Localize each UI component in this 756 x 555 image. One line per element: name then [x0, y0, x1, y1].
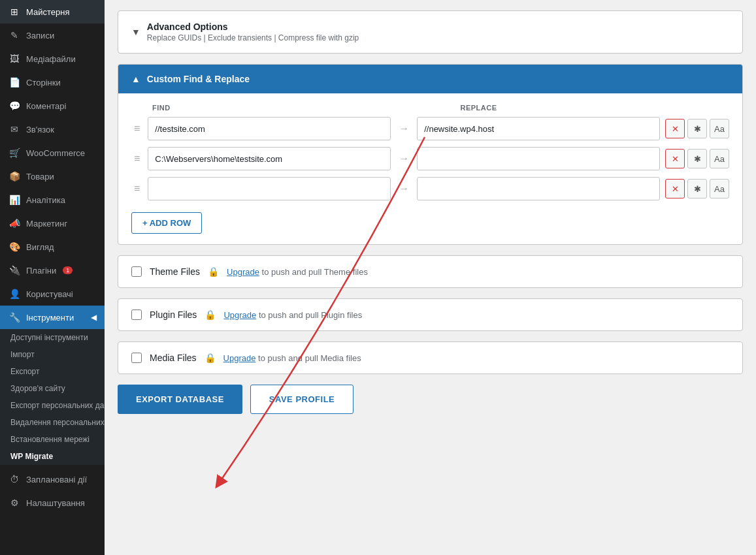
replace-input-3[interactable]: [417, 177, 660, 200]
sidebar-item-tovary[interactable]: 📦 Товари: [0, 165, 105, 188]
cfr-header[interactable]: ▲ Custom Find & Replace: [118, 65, 742, 93]
contact-icon: ✉: [8, 123, 21, 136]
media-files-label: Media Files: [150, 353, 197, 363]
sidebar-item-mediafajly[interactable]: 🖼 Медіафайли: [0, 47, 105, 71]
advanced-options-title: Advanced Options: [147, 22, 359, 32]
custom-find-replace-card: ▲ Custom Find & Replace FIND REPLACE ≡ →…: [118, 64, 743, 245]
pages-icon: 📄: [8, 76, 21, 89]
drag-handle-1[interactable]: ≡: [131, 120, 142, 137]
media-files-card: Media Files 🔒 Upgrade to push and pull M…: [118, 341, 743, 374]
fr-row-3: ≡ → ✕ ✱ Aa: [131, 177, 729, 200]
products-icon: 📦: [8, 170, 21, 183]
sidebar-item-wp-migrate[interactable]: WP Migrate: [0, 448, 105, 465]
advanced-options-toggle[interactable]: ▼ Advanced Options Replace GUIDs | Exclu…: [118, 11, 742, 53]
marketing-icon: 📣: [8, 217, 21, 230]
replace-input-2[interactable]: [417, 147, 660, 170]
chevron-up-icon: ▲: [131, 74, 140, 84]
users-icon: 👤: [8, 287, 21, 300]
sidebar-item-vyhlyad[interactable]: 🎨 Вигляд: [0, 235, 105, 259]
scheduled-icon: ⏱: [8, 473, 21, 486]
main-content: ▼ Advanced Options Replace GUIDs | Exclu…: [105, 0, 756, 555]
sidebar-item-eksport[interactable]: Експорт: [0, 363, 105, 380]
analytics-icon: 📊: [8, 193, 21, 206]
sidebar-item-dostupni[interactable]: Доступні інструменти: [0, 329, 105, 346]
find-input-2[interactable]: [148, 147, 391, 170]
drag-handle-3[interactable]: ≡: [131, 180, 142, 197]
sidebar-item-import[interactable]: Імпорт: [0, 346, 105, 363]
lock-icon-theme: 🔒: [208, 266, 219, 277]
wildcard-row-1-button[interactable]: ✱: [687, 119, 707, 138]
plugin-files-section: Plugin Files 🔒 Upgrade to push and pull …: [118, 299, 742, 330]
advanced-options-card: ▼ Advanced Options Replace GUIDs | Exclu…: [118, 10, 743, 54]
remove-row-1-button[interactable]: ✕: [665, 119, 685, 138]
comments-icon: 💬: [8, 99, 21, 112]
remove-row-2-button[interactable]: ✕: [665, 149, 685, 168]
add-row-button[interactable]: + ADD ROW: [131, 212, 202, 234]
sidebar-item-vstanovlennya[interactable]: Встановлення мережі: [0, 431, 105, 448]
sidebar-item-vydalennya[interactable]: Видалення персональних даних: [0, 414, 105, 431]
plugin-files-upgrade-text: Upgrade to push and pull Plugin files: [223, 310, 362, 320]
replace-column-label: REPLACE: [461, 104, 730, 112]
media-files-checkbox[interactable]: [131, 353, 142, 363]
sidebar-item-nalashtuvannya[interactable]: ⚙ Налаштування: [0, 491, 105, 515]
fr-row-2: ≡ → ✕ ✱ Aa: [131, 147, 729, 170]
media-files-section: Media Files 🔒 Upgrade to push and pull M…: [118, 342, 742, 373]
sidebar-item-zapysy[interactable]: ✎ Записи: [0, 24, 105, 47]
plugin-files-card: Plugin Files 🔒 Upgrade to push and pull …: [118, 298, 743, 331]
find-column-label: FIND: [152, 104, 421, 112]
sidebar-item-plahiny[interactable]: 🔌 Плагіни 1: [0, 259, 105, 282]
media-files-upgrade-text: Upgrade to push and pull Media files: [223, 353, 361, 363]
theme-files-card: Theme Files 🔒 Upgrade to push and pull T…: [118, 255, 743, 288]
sidebar-item-instrumenty[interactable]: 🔧 Інструменти ◀: [0, 306, 105, 329]
settings-icon: ⚙: [8, 496, 21, 509]
drag-handle-2[interactable]: ≡: [131, 150, 142, 167]
arrow-icon-1: →: [396, 123, 412, 135]
plugin-files-checkbox[interactable]: [131, 309, 142, 320]
sidebar-item-woocommerce[interactable]: 🛒 WooCommerce: [0, 141, 105, 165]
wildcard-row-2-button[interactable]: ✱: [687, 149, 707, 168]
media-icon: 🖼: [8, 52, 21, 65]
sidebar-item-zaplanovani[interactable]: ⏱ Заплановані дії: [0, 468, 105, 491]
sidebar-item-marketynh[interactable]: 📣 Маркетинг: [0, 212, 105, 235]
woo-icon: 🛒: [8, 146, 21, 159]
arrow-icon-2: →: [396, 153, 412, 165]
appearance-icon: 🎨: [8, 240, 21, 253]
sidebar-item-majsterna[interactable]: ⊞ Майстерня: [0, 0, 105, 24]
replace-input-1[interactable]: [417, 117, 660, 140]
lock-icon-media: 🔒: [205, 353, 216, 363]
export-database-button[interactable]: EXPORT DATABASE: [118, 385, 242, 414]
theme-files-upgrade-text: Upgrade to push and pull Theme files: [227, 267, 368, 277]
row3-buttons: ✕ ✱ Aa: [665, 179, 729, 198]
lock-icon-plugin: 🔒: [205, 309, 216, 320]
theme-files-upgrade-link[interactable]: Upgrade: [227, 267, 259, 277]
sidebar-item-zdorovya[interactable]: Здоров'я сайту: [0, 380, 105, 397]
sidebar-item-analityka[interactable]: 📊 Аналітика: [0, 188, 105, 212]
wildcard-row-3-button[interactable]: ✱: [687, 179, 707, 198]
plugins-icon: 🔌: [8, 264, 21, 277]
case-row-2-button[interactable]: Aa: [710, 149, 729, 168]
theme-files-section: Theme Files 🔒 Upgrade to push and pull T…: [118, 256, 742, 287]
theme-files-label: Theme Files: [150, 266, 200, 277]
fr-row-1: ≡ → ✕ ✱ Aa: [131, 117, 729, 140]
sidebar-item-storinky[interactable]: 📄 Сторінки: [0, 71, 105, 94]
sidebar-item-eksport-personal[interactable]: Експорт персональних даних: [0, 397, 105, 414]
find-input-3[interactable]: [148, 177, 391, 200]
sidebar-item-zvyazok[interactable]: ✉ Зв'язок: [0, 118, 105, 141]
plugin-files-upgrade-link[interactable]: Upgrade: [223, 310, 256, 320]
bottom-buttons: EXPORT DATABASE SAVE PROFILE: [118, 385, 743, 414]
sidebar-item-komentari[interactable]: 💬 Коментарі: [0, 94, 105, 118]
arrow-icon-3: →: [396, 183, 412, 195]
tools-icon: 🔧: [8, 311, 21, 324]
case-row-3-button[interactable]: Aa: [710, 179, 729, 198]
chevron-down-icon: ▼: [131, 27, 140, 37]
sidebar-item-korystuvachi[interactable]: 👤 Користувачі: [0, 282, 105, 306]
media-files-upgrade-link[interactable]: Upgrade: [223, 353, 256, 363]
case-row-1-button[interactable]: Aa: [710, 119, 729, 138]
plugin-files-label: Plugin Files: [150, 309, 197, 320]
remove-row-3-button[interactable]: ✕: [665, 179, 685, 198]
find-input-1[interactable]: [148, 117, 391, 140]
advanced-options-subtitle: Replace GUIDs | Exclude transients | Com…: [147, 33, 359, 42]
theme-files-checkbox[interactable]: [131, 266, 142, 277]
save-profile-button[interactable]: SAVE PROFILE: [250, 385, 353, 414]
sidebar: ⊞ Майстерня ✎ Записи 🖼 Медіафайли 📄 Стор…: [0, 0, 105, 555]
